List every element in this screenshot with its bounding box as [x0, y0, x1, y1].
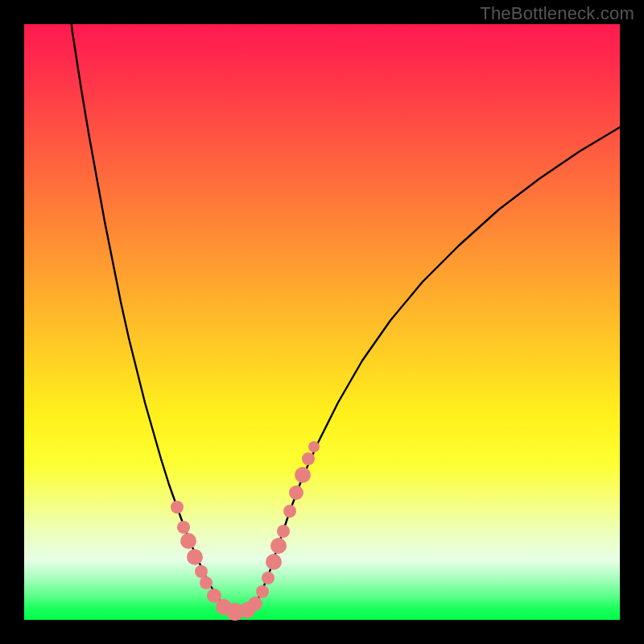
- data-marker: [262, 572, 275, 584]
- data-marker: [308, 441, 320, 452]
- data-marker: [283, 505, 296, 518]
- curve-overlay: [24, 24, 620, 620]
- data-marker: [302, 452, 315, 465]
- data-marker: [187, 549, 203, 565]
- data-marker: [200, 576, 213, 589]
- data-marker: [289, 485, 303, 500]
- data-marker: [171, 501, 184, 514]
- data-marker: [270, 538, 287, 554]
- data-marker: [177, 521, 190, 534]
- data-marker: [180, 533, 196, 549]
- bottleneck-curve: [68, 0, 620, 612]
- data-marker: [195, 565, 208, 578]
- data-marker: [248, 597, 262, 611]
- data-marker: [256, 585, 269, 598]
- data-marker: [277, 525, 290, 538]
- marker-group: [171, 441, 320, 621]
- data-marker: [266, 554, 282, 570]
- watermark-text: TheBottleneck.com: [480, 3, 634, 24]
- data-marker: [295, 467, 311, 483]
- curve-group: [68, 0, 620, 612]
